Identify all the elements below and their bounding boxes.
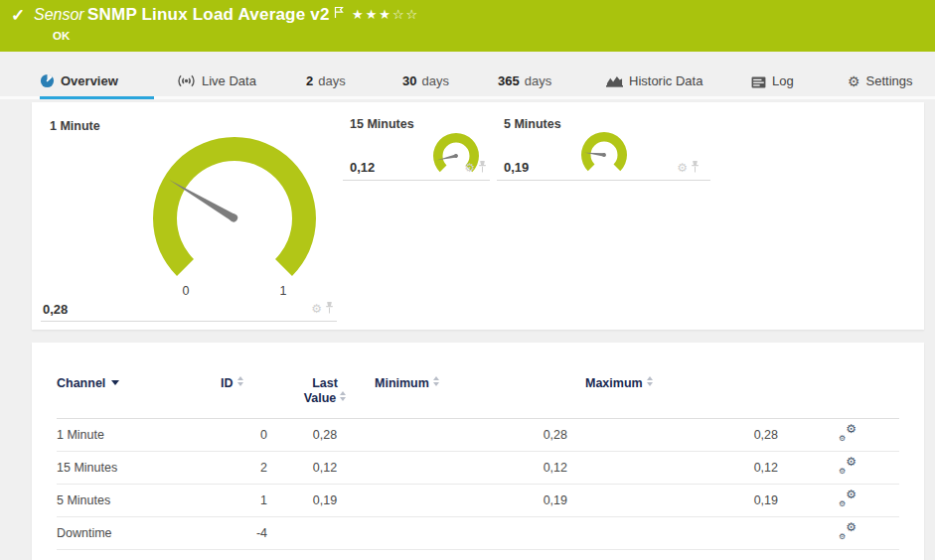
table-row: 15 Minutes20,120,120,12⚙⚙ bbox=[57, 452, 899, 485]
tab-unit: days bbox=[318, 73, 345, 88]
tab-unit: days bbox=[525, 73, 551, 88]
tab-settings[interactable]: ⚙ Settings bbox=[848, 52, 913, 96]
cell-min: 0,19 bbox=[375, 485, 585, 517]
channel-settings-gears-icon[interactable]: ⚙⚙ bbox=[839, 426, 857, 442]
tab-label: Historic Data bbox=[629, 73, 702, 88]
cell-max: 0,28 bbox=[585, 419, 796, 452]
area-chart-icon bbox=[606, 74, 623, 88]
table-row: 5 Minutes10,190,190,19⚙⚙ bbox=[57, 485, 899, 517]
tab-label: Settings bbox=[866, 73, 913, 88]
pin-icon[interactable] bbox=[325, 300, 334, 318]
page-title: SNMP Linux Load Average v2 bbox=[87, 5, 330, 25]
channel-table: Channel ID Last Value Minimum Maximum 1 … bbox=[57, 370, 899, 550]
gauge-chart-1-minute: 0 1 bbox=[145, 134, 324, 308]
tab-label: Log bbox=[772, 73, 794, 88]
channel-settings-gears-icon[interactable]: ⚙⚙ bbox=[839, 459, 857, 475]
status-badge: OK bbox=[53, 30, 70, 42]
gauge-arc bbox=[581, 132, 627, 171]
cell-edit: ⚙⚙ bbox=[796, 485, 899, 517]
gauge-value: 0,12 bbox=[350, 160, 375, 175]
column-header-edit bbox=[796, 370, 899, 419]
column-header-minimum[interactable]: Minimum bbox=[375, 370, 585, 419]
gauge-settings-gear-icon[interactable]: ⚙ bbox=[464, 162, 475, 174]
gauge-value: 0,19 bbox=[504, 160, 529, 175]
tab-label: Live Data bbox=[202, 73, 256, 88]
table-row: 1 Minute00,280,280,28⚙⚙ bbox=[57, 419, 899, 452]
cell-channel: 15 Minutes bbox=[57, 452, 221, 485]
gauge-value: 0,28 bbox=[43, 302, 68, 317]
column-header-last-value[interactable]: Last Value bbox=[275, 370, 375, 419]
priority-stars[interactable]: ★★★☆☆ bbox=[352, 7, 419, 22]
sort-icon bbox=[647, 376, 653, 386]
sort-desc-icon bbox=[111, 380, 119, 385]
channels-panel: Channel ID Last Value Minimum Maximum 1 … bbox=[32, 343, 924, 560]
flag-icon[interactable] bbox=[334, 5, 345, 23]
cell-min: 0,28 bbox=[375, 419, 585, 452]
live-signal-icon bbox=[177, 73, 196, 88]
cell-id: 0 bbox=[221, 419, 275, 452]
tab-overview[interactable]: Overview bbox=[40, 52, 154, 96]
gear-icon: ⚙ bbox=[848, 74, 860, 88]
cell-max: 0,19 bbox=[585, 485, 796, 517]
gauge-title: 1 Minute bbox=[50, 119, 100, 133]
gauge-min-tick: 0 bbox=[183, 284, 190, 298]
cell-edit: ⚙⚙ bbox=[796, 517, 899, 550]
cell-min bbox=[375, 517, 585, 550]
tab-365-days[interactable]: 365 days bbox=[498, 52, 551, 96]
cell-channel: 1 Minute bbox=[57, 419, 221, 452]
log-list-icon bbox=[751, 76, 766, 88]
cell-edit: ⚙⚙ bbox=[796, 419, 899, 452]
tab-historic-data[interactable]: Historic Data bbox=[606, 52, 702, 96]
gauge-title: 15 Minutes bbox=[350, 117, 414, 131]
tab-live-data[interactable]: Live Data bbox=[177, 52, 256, 96]
sort-icon bbox=[237, 376, 243, 386]
gauge-settings-gear-icon[interactable]: ⚙ bbox=[311, 303, 322, 315]
cell-id: -4 bbox=[221, 517, 275, 550]
cell-max: 0,12 bbox=[585, 452, 796, 485]
pin-icon[interactable] bbox=[691, 159, 700, 177]
cell-channel: 5 Minutes bbox=[57, 485, 221, 517]
tab-bar: Overview Live Data 2 days 30 days 365 da… bbox=[0, 52, 935, 99]
sort-icon bbox=[340, 391, 346, 401]
tab-number: 365 bbox=[498, 73, 520, 88]
tab-number: 30 bbox=[402, 73, 416, 88]
gauge-settings-gear-icon[interactable]: ⚙ bbox=[677, 162, 688, 174]
tab-30-days[interactable]: 30 days bbox=[402, 52, 449, 96]
channel-settings-gears-icon[interactable]: ⚙⚙ bbox=[839, 524, 857, 540]
gauge-icon bbox=[40, 73, 55, 88]
column-header-maximum[interactable]: Maximum bbox=[585, 370, 796, 419]
cell-last: 0,28 bbox=[275, 419, 375, 452]
channel-settings-gears-icon[interactable]: ⚙⚙ bbox=[839, 491, 857, 507]
gauge-panel-5-minutes: 5 Minutes 0,19 ⚙ bbox=[497, 111, 710, 181]
gauge-arc bbox=[153, 137, 316, 276]
tab-number: 2 bbox=[306, 73, 313, 88]
table-row: Downtime-4⚙⚙ bbox=[57, 517, 899, 550]
gauge-panel-15-minutes: 15 Minutes 0,12 ⚙ bbox=[343, 111, 490, 181]
gauges-panel: 1 Minute 0 1 0,28 ⚙ 15 Minutes 0,12 ⚙ bbox=[32, 102, 924, 330]
tab-2-days[interactable]: 2 days bbox=[306, 52, 346, 96]
cell-last: 0,12 bbox=[275, 452, 375, 485]
gauge-max-tick: 1 bbox=[280, 284, 287, 298]
table-header-row: Channel ID Last Value Minimum Maximum bbox=[57, 370, 899, 419]
column-header-id[interactable]: ID bbox=[221, 370, 275, 419]
gauge-panel-1-minute: 1 Minute 0 1 0,28 ⚙ bbox=[41, 111, 337, 322]
sensor-header: ✓ Sensor SNMP Linux Load Average v2 ★★★☆… bbox=[0, 0, 935, 52]
status-check-icon: ✓ bbox=[11, 5, 25, 26]
gauge-title: 5 Minutes bbox=[504, 117, 561, 131]
cell-max bbox=[585, 517, 796, 550]
cell-channel: Downtime bbox=[57, 517, 221, 550]
object-kind-label: Sensor bbox=[34, 6, 84, 24]
cell-last: 0,19 bbox=[275, 485, 375, 517]
tab-label: Overview bbox=[61, 73, 118, 88]
sort-icon bbox=[433, 376, 439, 386]
cell-last bbox=[275, 517, 375, 550]
column-header-channel[interactable]: Channel bbox=[57, 370, 221, 419]
tab-unit: days bbox=[421, 73, 448, 88]
cell-edit: ⚙⚙ bbox=[796, 452, 899, 485]
tab-log[interactable]: Log bbox=[751, 52, 794, 96]
gauge-chart-5-minutes bbox=[578, 130, 630, 180]
cell-min: 0,12 bbox=[375, 452, 585, 485]
cell-id: 2 bbox=[221, 452, 275, 485]
channel-table-body: 1 Minute00,280,280,28⚙⚙15 Minutes20,120,… bbox=[57, 419, 899, 550]
pin-icon[interactable] bbox=[478, 159, 487, 177]
